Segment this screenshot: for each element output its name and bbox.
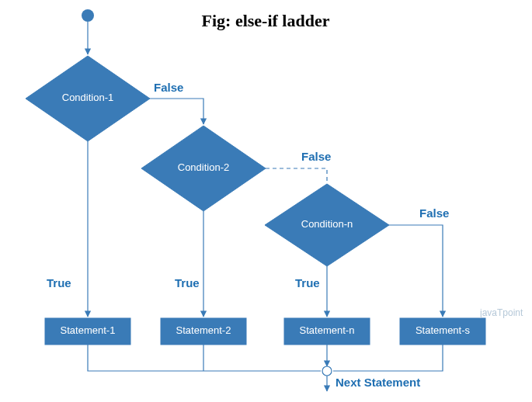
c1-true-label: True (47, 276, 71, 289)
c1-false-label: False (154, 81, 183, 94)
condition-2-node: Condition-2 (141, 126, 266, 211)
edge-c2-true: True (175, 211, 203, 317)
edge-cn-true: True (295, 266, 327, 317)
statement-1-label: Statement-1 (61, 324, 116, 336)
statement-s-label: Statement-s (416, 324, 471, 336)
next-statement-label: Next Statement (336, 376, 420, 389)
condition-n-node: Condition-n (265, 184, 389, 266)
statement-2-label: Statement-2 (176, 324, 231, 336)
condition-n-label: Condition-n (301, 218, 353, 230)
start-node (82, 9, 94, 22)
edge-c1-true: True (47, 141, 88, 317)
statement-n-label: Statement-n (300, 324, 355, 336)
cn-false-label: False (419, 206, 449, 220)
merge-connector (322, 366, 332, 376)
statement-s-node: Statement-s (400, 318, 485, 345)
condition-1-node: Condition-1 (26, 56, 150, 141)
edge-c1-false: False (150, 81, 203, 124)
watermark: javaTpoint (479, 307, 523, 318)
statement-2-node: Statement-2 (161, 318, 246, 345)
statement-n-node: Statement-n (284, 318, 370, 345)
diagram-title: Fig: else-if ladder (202, 11, 330, 30)
cn-true-label: True (295, 276, 320, 289)
c2-false-label: False (301, 150, 331, 163)
condition-2-label: Condition-2 (178, 161, 230, 173)
statement-1-node: Statement-1 (45, 318, 130, 345)
flowchart-diagram: Fig: else-if ladder Condition-1 False Co… (0, 0, 532, 402)
condition-1-label: Condition-1 (62, 92, 114, 103)
edge-cn-false: False (389, 206, 449, 317)
edge-c2-false: False (266, 150, 331, 184)
c2-true-label: True (175, 276, 200, 289)
